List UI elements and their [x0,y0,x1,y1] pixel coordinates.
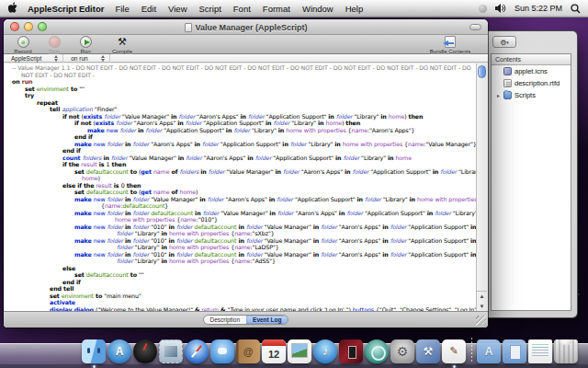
dock-item-itunes[interactable]: ♪ [312,339,338,363]
list-item-label: description.rtfd [514,79,560,87]
disclosure-triangle-icon[interactable]: ▸ [497,92,503,98]
code-line: NOT EDIT - DO NOT EDIT - [5,72,477,79]
scroll-up-arrow[interactable]: ▲ [477,292,487,302]
apple-logo-icon [8,2,18,14]
bundle-contents-icon [445,36,456,48]
dock-item-app-store[interactable]: A [107,339,132,363]
code-line: end if [5,147,477,155]
vertical-scrollbar[interactable]: ▲ ▼ [476,63,487,311]
dock-item-iphoto[interactable] [287,339,312,363]
code-line: folder "Library" in home with properties… [5,230,477,237]
toolbar-toggle-button[interactable] [469,24,481,30]
app-store-icon: A [107,339,131,363]
dock-item-front-row[interactable] [338,339,364,363]
toolbar: Record Stop Run ⚒ Compile Bundle Content… [4,35,488,54]
window-title: Value Manager (AppleScript) [195,23,307,32]
dock-item-document-file[interactable] [527,339,553,363]
bottom-bar: Description Event Log [4,311,488,328]
compile-button[interactable]: ⚒ Compile [101,36,143,54]
code-line: make new folder in folder "010" in folde… [5,237,477,245]
iphoto-icon [288,339,311,363]
menu-edit[interactable]: Edit [141,4,156,14]
code-line: else if the result is 0 then [5,182,477,190]
dock-item-documents-stack[interactable] [502,339,527,363]
dashboard-icon [133,339,157,363]
dock-item-ichat[interactable] [209,339,235,363]
menu-format[interactable]: Format [263,4,290,14]
code-line: repeat [5,99,477,107]
applications-stack-icon: A [477,339,501,363]
apple-menu-icon[interactable] [8,2,18,16]
bundle-contents-drawer: ⚙▾ Contents applet.icns description.rtfd… [485,30,578,318]
code-line: set defaultaccount to "" [5,271,477,279]
resize-grip[interactable] [476,316,486,326]
popup-arrows-icon [54,55,59,62]
close-button[interactable] [10,22,19,31]
dock-item-xcode[interactable]: ⚒ [415,339,441,363]
list-item-scripts[interactable]: ▸ Scripts [492,89,571,101]
menu-app-name[interactable]: AppleScript Editor [28,4,104,14]
record-icon [17,36,29,48]
code-editor[interactable]: -- Value Manager 1.1 - DO NOT EDIT - DO … [5,63,477,311]
bundle-contents-list: Contents applet.icns description.rtfd ▸ … [491,53,571,311]
scrollbar-thumb[interactable] [478,65,486,78]
list-item-description[interactable]: description.rtfd [492,77,571,89]
menu-clock[interactable]: Sun 5:22 PM [514,4,562,13]
dock-item-mail[interactable] [158,339,184,363]
language-popup[interactable]: AppleScript [4,54,63,63]
trash-icon [554,339,578,363]
tab-description[interactable]: Description [204,316,247,324]
dock-item-trash[interactable] [553,339,579,363]
document-proxy-icon[interactable] [184,23,191,32]
menu-script[interactable]: Script [199,4,221,14]
bottom-tab-switcher: Description Event Log [203,315,289,325]
document-icon [503,79,512,87]
bundle-contents-button[interactable]: Bundle Contents [418,36,482,54]
volume-icon[interactable] [495,4,506,13]
list-item-label: applet.icns [514,67,548,75]
list-item-applet[interactable]: applet.icns [492,65,571,77]
contents-header: Contents [492,54,571,65]
run-button[interactable]: Run [70,36,101,54]
run-icon [80,36,92,48]
dock-item-system-preferences[interactable]: ⚙ [390,339,415,363]
folder-icon [503,91,512,99]
code-line: tell application "Finder" [5,106,477,113]
code-line: count folders in folder "Value Manager" … [5,155,477,162]
minimize-button[interactable] [24,22,33,31]
dock-item-finder[interactable] [81,339,107,363]
dock-item-safari[interactable] [184,339,209,363]
code-line: else [5,265,477,272]
title-bar[interactable]: Value Manager (AppleScript) [4,19,488,35]
menu-bar: AppleScript Editor File Edit View Script… [0,0,588,17]
safari-icon [185,339,209,363]
dock-item-applescript-editor[interactable]: ✎ [441,339,467,363]
dock-item-dashboard[interactable] [132,339,158,363]
record-button[interactable]: Record [7,36,39,54]
menu-extra-icon[interactable] [479,5,487,13]
code-line: -- Value Manager 1.1 - DO NOT EDIT - DO … [5,64,477,72]
ichat-icon [210,339,234,363]
menu-help[interactable]: Help [345,4,364,14]
spotlight-icon[interactable] [571,4,581,14]
tab-event-log[interactable]: Event Log [246,316,288,324]
chevron-down-icon: ▾ [506,40,509,45]
code-line: end tell [5,285,477,293]
dock-item-ical[interactable]: 12 [261,339,287,363]
code-line: on run [5,78,477,86]
dock-item-applications-stack[interactable]: A [476,339,502,363]
drawer-action-button[interactable]: ⚙▾ [492,36,516,48]
front-row-icon [339,339,363,363]
dock-icons: A@12♪⚙⚒✎A [81,336,579,363]
code-line: try [5,92,477,99]
handler-popup[interactable]: on run [63,54,109,63]
dock-item-address-book[interactable]: @ [235,339,261,363]
dock-item-time-machine[interactable] [364,339,390,363]
menu-file[interactable]: File [115,4,129,14]
menu-view[interactable]: View [168,4,187,14]
address-book-icon: @ [236,339,260,363]
menu-window[interactable]: Window [302,4,334,14]
menu-font[interactable]: Font [233,4,251,14]
xcode-icon: ⚒ [416,339,440,363]
zoom-button[interactable] [38,22,47,31]
